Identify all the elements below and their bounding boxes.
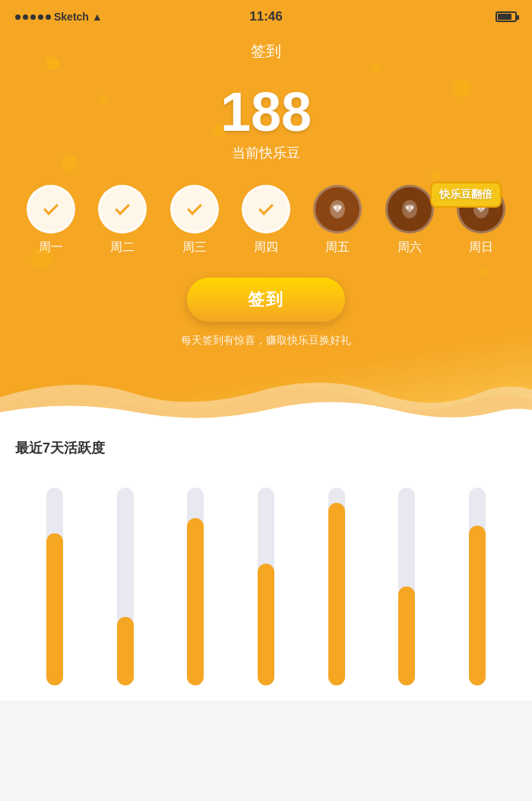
day-circle-monday — [27, 185, 75, 234]
day-circle-tuesday — [98, 185, 147, 234]
day-item-monday: 周一 — [27, 185, 75, 256]
day-item-friday: 周五 — [313, 185, 362, 256]
day-item-thursday: 周四 — [242, 185, 290, 256]
battery-icon — [496, 11, 517, 22]
bean-icon-friday — [325, 197, 350, 221]
app-name: Sketch — [54, 11, 89, 23]
bar-fill-3 — [187, 518, 204, 685]
bar-fill-7 — [469, 526, 486, 685]
day-item-saturday: 周六 — [385, 185, 434, 256]
activity-title: 最近7天活跃度 — [15, 439, 517, 457]
checkmark-tuesday — [116, 200, 131, 215]
status-bar: Sketch ▲ 11:46 — [0, 0, 532, 33]
day-label-saturday: 周六 — [397, 240, 422, 256]
day-circle-thursday — [242, 185, 290, 234]
double-badge: 快乐豆翻倍 — [430, 182, 502, 208]
svg-point-4 — [406, 206, 409, 209]
day-item-wednesday: 周三 — [170, 185, 219, 256]
bar-col-2 — [93, 472, 158, 685]
bar-col-4 — [234, 472, 299, 685]
status-time: 11:46 — [249, 9, 282, 24]
bar-fill-1 — [46, 533, 63, 685]
day-label-sunday: 周日 — [469, 240, 493, 256]
deco-dot-9 — [480, 269, 486, 275]
points-number: 188 — [0, 84, 532, 139]
day-circle-wednesday — [170, 185, 219, 234]
deco-dot-6 — [430, 170, 441, 181]
svg-point-2 — [338, 206, 341, 209]
bar-col-5 — [304, 472, 369, 685]
day-label-tuesday: 周二 — [110, 240, 135, 256]
header-area: 签到 快乐豆翻倍 188 当前快乐豆 周一 周二 周三 — [0, 33, 532, 424]
signal-dot-5 — [46, 14, 51, 20]
deco-dot-4 — [213, 125, 225, 137]
signal-dots — [15, 14, 51, 20]
wave-divider — [0, 370, 532, 424]
bar-fill-4 — [258, 564, 274, 685]
bar-col-6 — [375, 472, 439, 685]
checkmark-thursday — [258, 200, 274, 215]
status-left: Sketch ▲ — [15, 11, 103, 23]
deco-dot-3 — [61, 155, 78, 172]
day-label-friday: 周五 — [325, 240, 350, 256]
deco-dot-8 — [30, 246, 53, 269]
checkmark-monday — [43, 200, 59, 215]
svg-point-1 — [334, 206, 337, 209]
checkin-button[interactable]: 签到 — [187, 278, 345, 322]
signal-dot-2 — [23, 14, 28, 20]
wifi-icon: ▲ — [92, 11, 103, 23]
bar-col-3 — [163, 472, 228, 685]
page-title: 签到 — [0, 41, 532, 62]
bar-col-1 — [23, 472, 87, 685]
day-circle-saturday — [385, 185, 434, 234]
day-circle-friday — [313, 185, 362, 234]
bottom-section: 最近7天活跃度 — [0, 424, 532, 701]
svg-point-5 — [410, 206, 413, 209]
day-item-tuesday: 周二 — [98, 185, 147, 256]
bar-fill-2 — [117, 617, 134, 685]
checkin-btn-wrap: 签到 — [0, 278, 532, 322]
points-section: 188 当前快乐豆 — [0, 77, 532, 177]
status-right — [496, 11, 517, 22]
day-label-wednesday: 周三 — [182, 240, 207, 256]
bar-fill-5 — [328, 503, 345, 685]
battery-fill — [498, 14, 511, 20]
bean-icon-saturday — [397, 197, 422, 221]
signal-dot-4 — [38, 14, 43, 20]
bar-chart — [15, 472, 517, 685]
points-label: 当前快乐豆 — [0, 144, 532, 162]
checkin-subtitle: 每天签到有惊喜，赚取快乐豆换好礼 — [0, 334, 532, 348]
signal-dot-1 — [15, 14, 21, 20]
deco-dot-5 — [453, 79, 471, 97]
bar-fill-6 — [398, 586, 415, 685]
checkmark-wednesday — [187, 200, 202, 215]
signal-dot-3 — [30, 14, 36, 20]
bar-col-7 — [445, 472, 509, 685]
deco-dot-1 — [46, 56, 59, 70]
deco-dot-2 — [99, 94, 108, 103]
day-label-thursday: 周四 — [254, 240, 278, 256]
deco-dot-7 — [372, 64, 380, 72]
